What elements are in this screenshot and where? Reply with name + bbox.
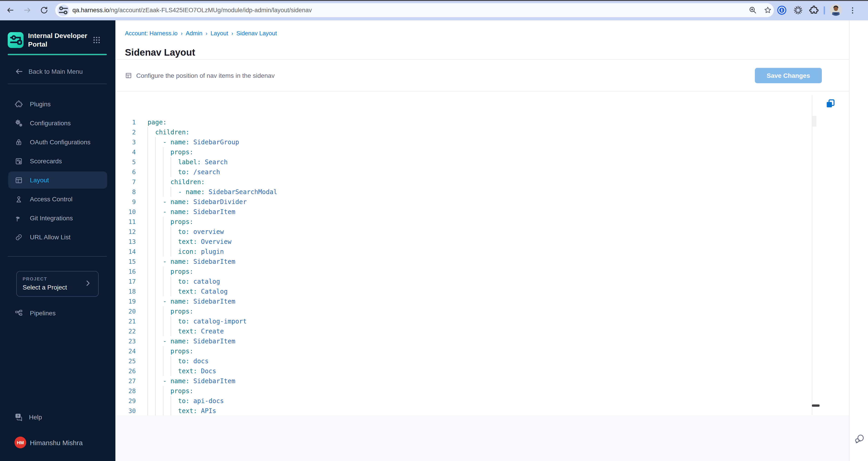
user-avatar: HM: [14, 436, 26, 448]
editor-scrollbar-thumb[interactable]: [812, 116, 816, 127]
code-line[interactable]: 29 to: api-docs: [115, 396, 808, 406]
user-menu[interactable]: HM Himanshu Mishra: [14, 436, 83, 448]
brand-divider: [8, 54, 107, 55]
code-line[interactable]: 23 - name: SidebarItem: [115, 336, 808, 346]
sidebar-item-configurations[interactable]: Configurations: [8, 114, 107, 132]
password-manager-extension-icon[interactable]: [777, 5, 787, 15]
sidebar-item-pipelines[interactable]: Pipelines: [8, 304, 107, 322]
code-line[interactable]: 27 - name: SidebarItem: [115, 376, 808, 386]
code-line[interactable]: 9 - name: SidebarDivider: [115, 197, 808, 207]
code-line[interactable]: 4 props:: [115, 147, 808, 157]
line-number: 29: [115, 396, 136, 406]
yaml-key: - name:: [178, 188, 205, 195]
sidebar-item-label: Scorecards: [30, 158, 62, 165]
idp-logo[interactable]: [8, 32, 24, 48]
code-line[interactable]: 14 icon: plugin: [115, 246, 808, 257]
address-bar[interactable]: qa.harness.io/ng/account/zEaak-FLS425IEO…: [55, 3, 774, 17]
sidebar-item-oauth-configurations[interactable]: OAuth Configurations: [8, 133, 107, 151]
yaml-key: to:: [178, 357, 190, 365]
scorecard-icon: [14, 157, 23, 165]
indent-guide: [170, 276, 171, 286]
browser-profile-avatar[interactable]: [830, 4, 842, 16]
sidebar-item-access-control[interactable]: Access Control: [8, 191, 107, 208]
code-line[interactable]: 19 - name: SidebarItem: [115, 296, 808, 306]
indent-guide: [163, 246, 163, 257]
line-number: 17: [115, 276, 136, 286]
code-line[interactable]: 18 text: Catalog: [115, 286, 808, 296]
code-line[interactable]: 16 props:: [115, 266, 808, 276]
browser-forward-icon[interactable]: [23, 6, 32, 14]
svg-text:?: ?: [17, 414, 19, 418]
spinner-extension-icon[interactable]: [793, 5, 803, 15]
code-line[interactable]: 28 props:: [115, 386, 808, 396]
help-button[interactable]: ? Help: [14, 412, 42, 422]
indent-guide: [148, 326, 148, 336]
gears-icon: [14, 119, 23, 127]
line-number: 14: [115, 246, 136, 257]
indent-guide: [163, 237, 163, 246]
indent-guide: [163, 386, 163, 396]
indent-guide: [170, 326, 171, 336]
indent-guide: [163, 286, 163, 296]
sidebar-item-layout[interactable]: Layout: [8, 171, 107, 189]
breadcrumb-link[interactable]: Sidenav Layout: [237, 30, 277, 37]
code-line[interactable]: 8 - name: SidebarSearchModal: [115, 187, 808, 197]
code-line[interactable]: 11 props:: [115, 217, 808, 227]
sidebar-item-plugins[interactable]: Plugins: [8, 95, 107, 113]
url-text[interactable]: qa.harness.io/ng/account/zEaak-FLS425IEO…: [72, 3, 312, 17]
indent-guide: [155, 376, 156, 386]
code-line[interactable]: 6 to: /search: [115, 167, 808, 177]
code-line[interactable]: 1page:: [115, 117, 808, 127]
yaml-value: Create: [197, 328, 224, 335]
yaml-editor[interactable]: 1page:2 children:3 - name: SidebarGroup4…: [115, 91, 849, 415]
code-line[interactable]: 10 - name: SidebarItem: [115, 207, 808, 217]
support-chat-icon[interactable]: [854, 433, 865, 445]
code-line[interactable]: 26 text: Docs: [115, 366, 808, 376]
code-line[interactable]: 30 text: APIs: [115, 406, 808, 415]
line-number: 24: [115, 346, 136, 356]
editor-hscrollbar-thumb[interactable]: [812, 404, 819, 407]
bookmark-star-icon[interactable]: [764, 6, 772, 14]
copy-icon[interactable]: [826, 99, 835, 108]
save-changes-button[interactable]: Save Changes: [755, 68, 822, 83]
sidebar-item-url-allow-list[interactable]: URL Allow List: [8, 228, 107, 246]
content-right-border: [849, 20, 849, 461]
indent-guide: [170, 316, 171, 326]
code-line[interactable]: 21 to: catalog-import: [115, 316, 808, 326]
breadcrumb-link[interactable]: Admin: [186, 30, 203, 37]
browser-menu-icon[interactable]: ⋮: [849, 5, 855, 15]
code-line[interactable]: 24 props:: [115, 346, 808, 356]
indent-guide: [148, 396, 148, 406]
code-line[interactable]: 2 children:: [115, 127, 808, 137]
yaml-key: page:: [148, 119, 166, 126]
code-line[interactable]: 22 text: Create: [115, 326, 808, 336]
code-line[interactable]: 12 to: overview: [115, 227, 808, 237]
back-to-main-menu[interactable]: Back to Main Menu: [14, 66, 83, 77]
browser-back-icon[interactable]: [6, 6, 14, 14]
code-line[interactable]: 25 to: docs: [115, 356, 808, 366]
yaml-key: props:: [170, 149, 193, 156]
code-line[interactable]: 15 - name: SidebarItem: [115, 257, 808, 266]
zoom-page-icon[interactable]: [748, 6, 757, 14]
sidebar-item-scorecards[interactable]: Scorecards: [8, 153, 107, 170]
site-settings-icon[interactable]: [58, 4, 69, 16]
module-grid-icon[interactable]: [92, 36, 101, 44]
breadcrumb-link[interactable]: Layout: [211, 30, 228, 37]
editor-scrollbar-track[interactable]: [812, 95, 812, 415]
project-selector[interactable]: PROJECT Select a Project: [16, 271, 99, 297]
code-line[interactable]: 17 to: catalog: [115, 276, 808, 286]
code-line[interactable]: 3 - name: SidebarGroup: [115, 137, 808, 147]
code-line[interactable]: 7 children:: [115, 177, 808, 187]
browser-reload-icon[interactable]: [40, 6, 49, 14]
code-line[interactable]: 13 text: Overview: [115, 237, 808, 246]
indent-guide: [163, 217, 163, 227]
breadcrumb-link[interactable]: Account: Harness.io: [125, 30, 178, 37]
indent-guide: [155, 217, 156, 227]
indent-guide: [148, 137, 148, 147]
code-area[interactable]: 1page:2 children:3 - name: SidebarGroup4…: [115, 117, 808, 415]
sidebar-item-git-integrations[interactable]: Git Integrations: [8, 209, 107, 227]
code-line[interactable]: 5 label: Search: [115, 157, 808, 167]
extensions-puzzle-icon[interactable]: [809, 5, 819, 15]
indent-guide: [155, 356, 156, 366]
code-line[interactable]: 20 props:: [115, 306, 808, 316]
